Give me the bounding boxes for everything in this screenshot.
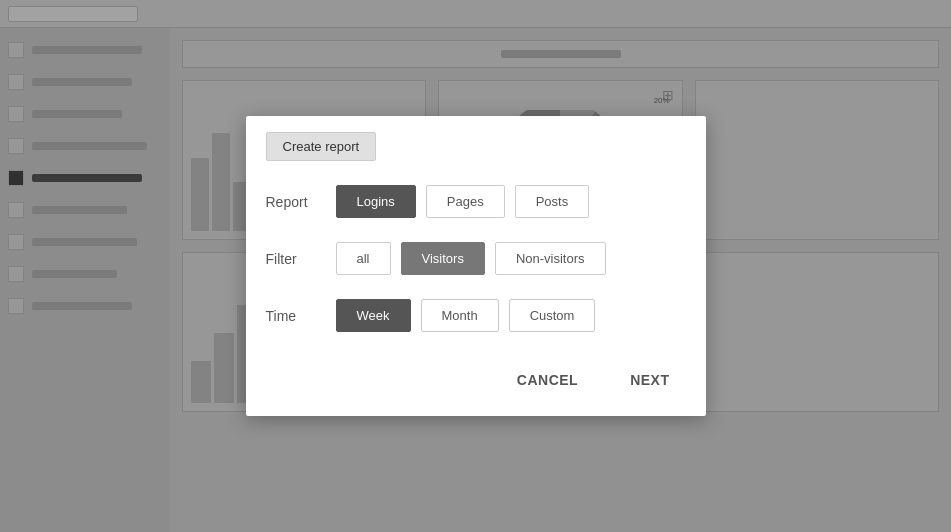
filter-visitors-button[interactable]: Visitors	[401, 242, 485, 275]
report-posts-button[interactable]: Posts	[515, 185, 590, 218]
report-pages-button[interactable]: Pages	[426, 185, 505, 218]
report-row: Report Logins Pages Posts	[266, 185, 686, 218]
filter-label: Filter	[266, 251, 336, 267]
cancel-button[interactable]: CANCEL	[501, 364, 594, 396]
time-week-button[interactable]: Week	[336, 299, 411, 332]
report-logins-button[interactable]: Logins	[336, 185, 416, 218]
time-custom-button[interactable]: Custom	[509, 299, 596, 332]
report-btn-group: Logins Pages Posts	[336, 185, 590, 218]
filter-nonvisitors-button[interactable]: Non-visitors	[495, 242, 606, 275]
modal-title-button[interactable]: Create report	[266, 132, 377, 161]
filter-btn-group: all Visitors Non-visitors	[336, 242, 606, 275]
modal-header: Create report	[246, 116, 706, 169]
next-button[interactable]: NEXT	[614, 364, 685, 396]
time-row: Time Week Month Custom	[266, 299, 686, 332]
time-btn-group: Week Month Custom	[336, 299, 596, 332]
modal-overlay: Create report Report Logins Pages Posts …	[0, 0, 951, 532]
modal-footer: CANCEL NEXT	[246, 356, 706, 416]
report-label: Report	[266, 194, 336, 210]
filter-row: Filter all Visitors Non-visitors	[266, 242, 686, 275]
time-month-button[interactable]: Month	[421, 299, 499, 332]
filter-all-button[interactable]: all	[336, 242, 391, 275]
modal-dialog: Create report Report Logins Pages Posts …	[246, 116, 706, 416]
time-label: Time	[266, 308, 336, 324]
modal-body: Report Logins Pages Posts Filter all Vis…	[246, 169, 706, 356]
